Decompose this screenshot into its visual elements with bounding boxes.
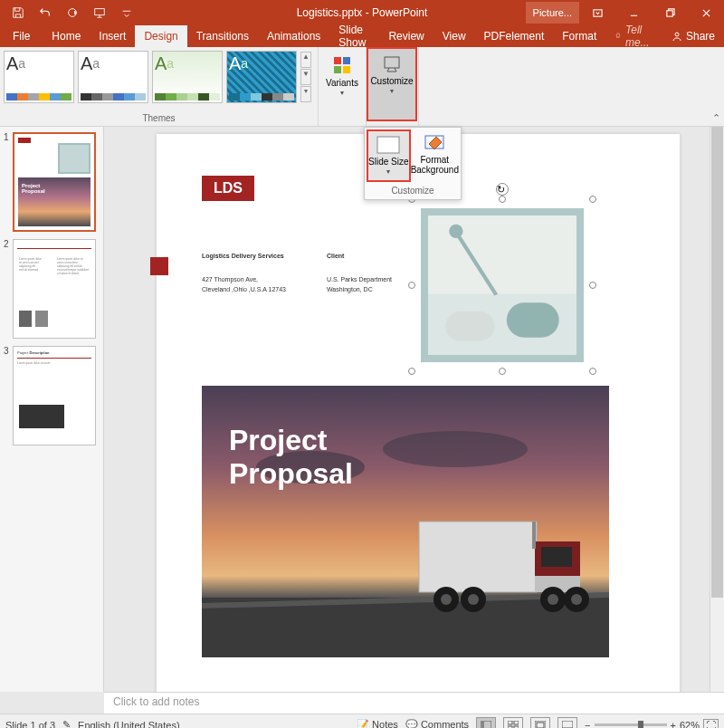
format-background-label: Format Background — [411, 155, 459, 175]
slideshow-view-button[interactable] — [557, 717, 577, 729]
client-line-2: Washington, DC — [327, 285, 373, 295]
ribbon-display-button[interactable] — [579, 0, 615, 25]
resize-handle-s[interactable] — [499, 368, 506, 375]
share-button[interactable]: Share — [662, 25, 724, 47]
theme-swatch-4[interactable]: Aa — [226, 51, 297, 103]
resize-handle-sw[interactable] — [408, 368, 415, 375]
svg-rect-8 — [343, 66, 350, 73]
window-controls — [579, 0, 724, 25]
tab-design[interactable]: Design — [135, 25, 186, 47]
themes-scroll-up[interactable]: ▲ — [300, 52, 311, 68]
theme-swatch-2[interactable]: Aa — [78, 51, 148, 103]
thumbnail-1[interactable]: ProjectProposal — [13, 132, 96, 232]
customize-button[interactable]: Customize ▾ — [367, 47, 417, 121]
svg-point-23 — [468, 594, 479, 605]
zoom-out-button[interactable]: − — [585, 720, 590, 729]
tab-insert[interactable]: Insert — [90, 25, 135, 47]
thumbnail-2[interactable]: Lorem ipsum dolorsit amet consectadipisc… — [13, 239, 96, 339]
start-slideshow-button[interactable] — [87, 3, 112, 23]
variants-button[interactable]: Variants ▾ — [322, 51, 362, 110]
zoom-slider[interactable] — [595, 723, 667, 726]
client-line-1: U.S. Parks Department — [327, 275, 392, 285]
svg-rect-35 — [481, 721, 484, 729]
svg-rect-18 — [541, 547, 572, 567]
thumbnail-number: 3 — [4, 346, 13, 445]
document-title: Logistics.pptx - PowerPoint — [297, 6, 428, 19]
resize-handle-ne[interactable] — [589, 196, 596, 203]
logo: LDS — [202, 176, 254, 201]
thumbnail-3[interactable]: Project Description Lorem ipsum dolor si… — [13, 346, 96, 445]
rotate-handle[interactable]: ↻ — [496, 183, 509, 196]
reading-view-button[interactable] — [530, 717, 550, 729]
tab-pdfelement[interactable]: PDFelement — [475, 25, 554, 47]
tab-review[interactable]: Review — [379, 25, 433, 47]
company-name: Logistics Delivery Services — [202, 252, 284, 262]
svg-rect-16 — [419, 522, 537, 592]
normal-view-button[interactable] — [476, 717, 496, 729]
tell-me-search[interactable]: Tell me... — [605, 25, 662, 47]
resize-handle-se[interactable] — [589, 368, 596, 375]
language-indicator[interactable]: English (United States) — [78, 720, 180, 729]
format-background-button[interactable]: Format Background — [411, 129, 459, 182]
redo-button[interactable] — [60, 3, 85, 23]
minimize-button[interactable] — [615, 0, 652, 25]
resize-handle-e[interactable] — [589, 282, 596, 289]
svg-rect-7 — [334, 66, 341, 73]
svg-rect-32 — [507, 302, 559, 338]
customize-icon — [381, 53, 403, 74]
resize-handle-w[interactable] — [408, 282, 415, 289]
save-button[interactable] — [5, 3, 31, 23]
main-area: 1 ProjectProposal 2 Lorem ipsum dolorsit… — [0, 127, 724, 692]
svg-rect-28 — [532, 522, 536, 549]
themes-group-label: Themes — [4, 113, 314, 124]
spell-check-icon[interactable]: ✎ — [62, 719, 71, 728]
variants-icon — [331, 54, 353, 76]
variants-group: Variants ▾ — [319, 47, 367, 126]
collapse-ribbon-button[interactable]: ⌃ — [712, 112, 720, 124]
vertical-scrollbar[interactable] — [710, 127, 724, 692]
zoom-in-button[interactable]: + — [671, 720, 676, 729]
tab-file[interactable]: File — [0, 25, 43, 47]
slide-counter[interactable]: Slide 1 of 3 — [5, 720, 55, 729]
svg-rect-41 — [537, 723, 544, 728]
scrollbar-thumb[interactable] — [711, 127, 723, 598]
themes-more-button[interactable]: ▾ — [300, 86, 311, 102]
customize-label: Customize — [370, 76, 413, 86]
zoom-control: − + 62% ⛶ — [585, 719, 719, 729]
tab-view[interactable]: View — [433, 25, 475, 47]
undo-button[interactable] — [33, 3, 58, 23]
comments-toggle[interactable]: 💬 Comments — [405, 719, 469, 728]
selected-picture[interactable]: ↻ — [412, 199, 593, 371]
themes-group: Aa Aa Aa Aa ▲ ▼ ▾ Themes — [0, 47, 319, 126]
notes-placeholder: Click to add notes — [113, 695, 199, 708]
tab-transitions[interactable]: Transitions — [187, 25, 258, 47]
svg-point-31 — [449, 225, 462, 238]
ribbon: Aa Aa Aa Aa ▲ ▼ ▾ Themes Variants ▾ Cust… — [0, 47, 724, 127]
picture-tools-tab[interactable]: Picture... — [526, 2, 579, 24]
tab-animations[interactable]: Animations — [258, 25, 329, 47]
theme-swatch-1[interactable]: Aa — [4, 51, 74, 103]
notes-toggle[interactable]: 📝 Notes — [357, 719, 398, 728]
theme-swatch-3[interactable]: Aa — [152, 51, 223, 103]
svg-rect-36 — [508, 721, 512, 724]
fit-to-window-button[interactable]: ⛶ — [703, 719, 719, 729]
slide-canvas[interactable]: LDS Logistics Delivery Services 427 Thom… — [104, 127, 724, 692]
customize-group: Customize ▾ — [367, 47, 419, 126]
tab-slideshow[interactable]: Slide Show — [329, 25, 379, 47]
notes-pane[interactable]: Click to add notes — [104, 692, 724, 714]
svg-point-27 — [571, 594, 582, 605]
themes-scroll-down[interactable]: ▼ — [300, 69, 311, 85]
address-line-1: 427 Thompson Ave, — [202, 275, 258, 285]
qat-more-button[interactable] — [114, 3, 139, 23]
slide-size-button[interactable]: Slide Size▾ — [367, 129, 411, 182]
close-button[interactable] — [688, 0, 724, 25]
tab-home[interactable]: Home — [43, 25, 90, 47]
ribbon-tabs: File Home Insert Design Transitions Anim… — [0, 25, 724, 47]
slide-sorter-button[interactable] — [503, 717, 523, 729]
zoom-level[interactable]: 62% — [680, 720, 700, 729]
resize-handle-n[interactable] — [499, 196, 506, 203]
zoom-slider-thumb[interactable] — [638, 721, 643, 728]
tab-format[interactable]: Format — [553, 25, 605, 47]
thumbnail-number: 2 — [4, 239, 13, 339]
restore-button[interactable] — [652, 0, 688, 25]
